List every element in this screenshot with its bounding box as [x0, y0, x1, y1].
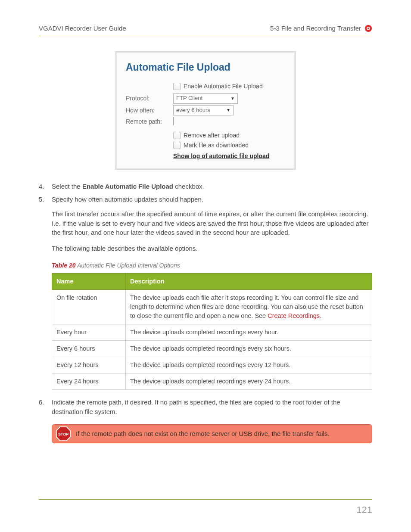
table-caption: Table 20 Automatic File Upload Interval … — [52, 261, 372, 270]
svg-point-2 — [367, 28, 369, 29]
step-4-text: Select the Enable Automatic File Upload … — [52, 182, 372, 191]
upload-panel: Automatic File Upload Enable Automatic F… — [115, 51, 296, 170]
table-row: Every hour The device uploads completed … — [52, 324, 372, 341]
panel-title: Automatic File Upload — [126, 60, 285, 75]
page: VGADVI Recorder User Guide 5-3 File and … — [0, 0, 411, 532]
protocol-select[interactable]: FTP Client — [173, 93, 238, 104]
step-5-text: Specify how often automatic updates shou… — [52, 195, 372, 204]
brand-logo-icon — [364, 25, 372, 32]
table-row: On file rotation The device uploads each… — [52, 290, 372, 324]
remove-after-label: Remove after upload — [184, 131, 240, 140]
step-4-number: 4. — [39, 182, 52, 191]
remove-after-checkbox[interactable] — [173, 132, 181, 139]
page-header: VGADVI Recorder User Guide 5-3 File and … — [39, 24, 372, 36]
th-name: Name — [52, 274, 126, 290]
protocol-label: Protocol: — [126, 94, 173, 103]
header-right: 5-3 File and Recording Transfer — [270, 24, 361, 33]
enable-upload-checkbox[interactable] — [173, 83, 181, 90]
mark-downloaded-checkbox[interactable] — [173, 142, 181, 149]
enable-upload-label: Enable Automatic File Upload — [184, 82, 263, 90]
svg-text:STOP: STOP — [58, 432, 68, 436]
remotepath-label: Remote path: — [126, 117, 173, 126]
stop-icon: STOP — [56, 426, 71, 442]
table-row: Every 6 hours The device uploads complet… — [52, 341, 372, 357]
page-number: 121 — [356, 503, 372, 517]
howoften-label: How often: — [126, 106, 173, 115]
step-6-number: 6. — [39, 398, 52, 417]
stop-warning: STOP If the remote path does not exist o… — [52, 424, 372, 443]
step-6-text: Indicate the remote path, if desired. If… — [52, 398, 372, 417]
show-log-link[interactable]: Show log of automatic file upload — [173, 152, 269, 159]
footer-divider — [39, 499, 372, 500]
step-5-para-1: The first transfer occurs after the spec… — [52, 209, 372, 237]
table-row: Every 24 hours The device uploads comple… — [52, 373, 372, 390]
th-desc: Description — [126, 274, 372, 290]
step-5-para-2: The following table describes the availa… — [52, 244, 372, 253]
interval-options-table: Name Description On file rotation The de… — [52, 273, 372, 390]
header-left: VGADVI Recorder User Guide — [39, 24, 126, 33]
create-recordings-link[interactable]: Create Recordings — [268, 312, 320, 319]
stop-text: If the remote path does not exist on the… — [76, 430, 330, 437]
remotepath-input[interactable] — [173, 117, 174, 125]
howoften-select[interactable]: every 6 hours — [173, 105, 234, 115]
step-5-number: 5. — [39, 195, 52, 204]
table-row: Every 12 hours The device uploads comple… — [52, 357, 372, 373]
mark-downloaded-label: Mark file as downloaded — [184, 141, 249, 149]
